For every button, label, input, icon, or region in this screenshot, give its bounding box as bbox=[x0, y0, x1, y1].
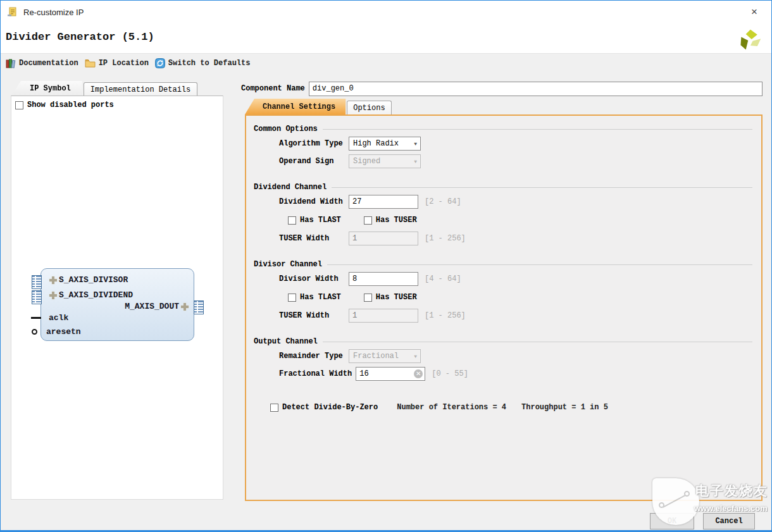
remainder-type-label: Remainder Type bbox=[279, 352, 345, 361]
divisor-tuser-width-range: [1 - 256] bbox=[425, 311, 466, 320]
section-title-label: Output Channel bbox=[254, 337, 318, 346]
divisor-tuser-width-row: TUSER Width [1 - 256] bbox=[279, 308, 752, 323]
port-label: aresetn bbox=[46, 327, 81, 337]
divisor-bus-connector-icon bbox=[32, 275, 42, 289]
channel-settings-panel: Common Options Algorithm Type High Radix… bbox=[245, 114, 763, 501]
documentation-button[interactable]: Documentation bbox=[6, 59, 78, 68]
ip-location-label: IP Location bbox=[99, 59, 149, 68]
operand-sign-row: Operand Sign Signed bbox=[279, 154, 752, 169]
port-aclk: aclk bbox=[49, 313, 68, 323]
divisor-tuser-width-input bbox=[349, 309, 418, 323]
detect-divide-by-zero-row: Detect Divide-By-Zero Number of Iteratio… bbox=[270, 403, 752, 412]
fractional-width-range: [0 - 55] bbox=[432, 369, 468, 378]
tab-implementation-details[interactable]: Implementation Details bbox=[84, 82, 197, 96]
section-title-label: Divisor Channel bbox=[254, 260, 322, 269]
toolbar: Documentation IP Location Switch to Defa… bbox=[1, 54, 771, 72]
xilinx-logo-icon bbox=[737, 27, 763, 53]
title-bar: Re-customize IP × bbox=[1, 1, 771, 23]
divisor-width-range: [4 - 64] bbox=[425, 275, 461, 283]
remainder-type-select: Fractional bbox=[349, 349, 421, 363]
port-label: S_AXIS_DIVIDEND bbox=[59, 290, 133, 300]
algorithm-type-select[interactable]: High Radix bbox=[349, 137, 421, 151]
dividend-has-tuser-label: Has TUSER bbox=[376, 216, 417, 225]
tab-channel-settings-label: Channel Settings bbox=[263, 102, 335, 111]
expand-plus-icon[interactable] bbox=[49, 292, 57, 299]
watermark-node-icon bbox=[659, 502, 664, 508]
fractional-width-label: Fractional Width bbox=[279, 369, 352, 378]
section-title-label: Dividend Channel bbox=[254, 183, 327, 192]
switch-to-defaults-label: Switch to Defaults bbox=[168, 59, 251, 68]
operand-sign-value: Signed bbox=[353, 157, 380, 166]
tab-ip-symbol[interactable]: IP Symbol bbox=[11, 81, 82, 96]
dividend-width-input[interactable] bbox=[349, 195, 418, 209]
dividend-width-range: [2 - 64] bbox=[425, 197, 461, 206]
divisor-has-tuser-item: Has TUSER bbox=[364, 293, 417, 302]
divisor-has-tlast-checkbox[interactable] bbox=[288, 294, 296, 302]
settings-tab-bar: Channel Settings Options bbox=[245, 99, 392, 114]
expand-plus-icon[interactable] bbox=[49, 276, 57, 284]
dividend-width-row: Dividend Width [2 - 64] bbox=[279, 194, 752, 209]
tab-ip-symbol-label: IP Symbol bbox=[30, 84, 71, 93]
section-divider bbox=[323, 342, 752, 342]
show-disabled-ports-row: Show disabled ports bbox=[15, 101, 223, 109]
section-title-label: Common Options bbox=[254, 125, 318, 133]
component-name-input[interactable] bbox=[309, 82, 763, 96]
left-tab-bar: IP Symbol Implementation Details bbox=[11, 81, 197, 96]
refresh-arrows-icon bbox=[155, 58, 165, 68]
close-icon[interactable]: × bbox=[746, 4, 763, 20]
dividend-bus-connector-icon bbox=[32, 290, 42, 304]
port-s-axis-dividend: S_AXIS_DIVIDEND bbox=[49, 290, 133, 300]
tab-channel-settings[interactable]: Channel Settings bbox=[245, 99, 346, 114]
switch-to-defaults-button[interactable]: Switch to Defaults bbox=[155, 58, 251, 68]
tab-options[interactable]: Options bbox=[347, 101, 391, 114]
ip-location-button[interactable]: IP Location bbox=[85, 59, 149, 68]
expand-plus-icon[interactable] bbox=[181, 303, 189, 311]
folder-icon bbox=[85, 59, 96, 68]
dividend-tuser-width-label: TUSER Width bbox=[279, 234, 345, 243]
ip-symbol-panel: Show disabled ports S_AXIS_DIVISOR S_AXI… bbox=[11, 96, 223, 500]
dividend-has-tlast-checkbox[interactable] bbox=[288, 216, 296, 225]
divisor-has-tuser-checkbox[interactable] bbox=[364, 294, 372, 302]
page-title: Divider Generator (5.1) bbox=[6, 31, 154, 43]
aclk-pin-icon bbox=[31, 317, 41, 319]
section-divider bbox=[323, 129, 752, 130]
algorithm-type-row: Algorithm Type High Radix bbox=[279, 136, 752, 151]
component-name-label: Component Name bbox=[241, 84, 305, 93]
window-title: Re-customize IP bbox=[23, 8, 84, 17]
tab-options-label: Options bbox=[353, 104, 385, 113]
common-options-section-title: Common Options bbox=[254, 125, 752, 133]
dout-bus-connector-icon bbox=[194, 300, 204, 314]
section-divider bbox=[327, 264, 752, 265]
ip-header: Divider Generator (5.1) bbox=[1, 23, 771, 54]
port-label: M_AXIS_DOUT bbox=[125, 302, 179, 311]
port-label: aclk bbox=[49, 313, 68, 323]
divisor-tuser-width-label: TUSER Width bbox=[279, 311, 345, 320]
divisor-has-tuser-label: Has TUSER bbox=[376, 293, 417, 302]
operand-sign-select: Signed bbox=[349, 154, 421, 168]
ip-document-icon bbox=[7, 6, 18, 18]
cancel-button[interactable]: Cancel bbox=[703, 513, 755, 529]
divisor-width-label: Divisor Width bbox=[279, 275, 345, 283]
ok-button[interactable]: OK bbox=[650, 513, 694, 529]
fractional-width-row: Fractional Width ✕ [0 - 55] bbox=[279, 366, 752, 381]
port-m-axis-dout: M_AXIS_DOUT bbox=[125, 302, 189, 311]
remainder-type-value: Fractional bbox=[353, 352, 399, 361]
show-disabled-ports-checkbox[interactable] bbox=[15, 101, 23, 109]
output-channel-section-title: Output Channel bbox=[254, 337, 752, 346]
divisor-channel-section-title: Divisor Channel bbox=[254, 260, 752, 269]
books-icon bbox=[6, 59, 16, 68]
dividend-has-tlast-label: Has TLAST bbox=[300, 216, 341, 225]
divisor-width-input[interactable] bbox=[349, 272, 418, 286]
divisor-has-tlast-label: Has TLAST bbox=[300, 293, 341, 302]
section-divider bbox=[332, 187, 752, 188]
operand-sign-label: Operand Sign bbox=[279, 157, 345, 166]
throughput-info: Throughput = 1 in 5 bbox=[521, 403, 608, 412]
fractional-width-field: ✕ bbox=[356, 367, 425, 381]
dividend-has-tuser-checkbox[interactable] bbox=[364, 216, 372, 225]
algorithm-type-value: High Radix bbox=[353, 139, 399, 148]
dividend-tuser-width-input bbox=[349, 232, 418, 245]
detect-divide-by-zero-checkbox[interactable] bbox=[270, 404, 278, 412]
dividend-has-tuser-item: Has TUSER bbox=[364, 216, 417, 225]
divisor-width-row: Divisor Width [4 - 64] bbox=[279, 271, 752, 287]
tab-implementation-details-label: Implementation Details bbox=[90, 85, 190, 94]
